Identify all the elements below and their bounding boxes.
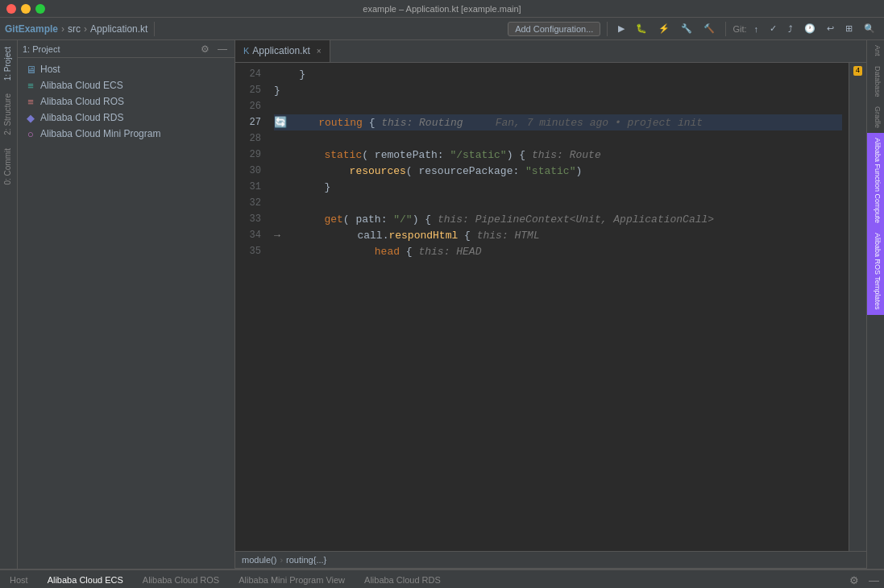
src-breadcrumb[interactable]: src [68, 23, 81, 35]
line-28: 28 [235, 130, 268, 147]
rds-icon: ◆ [24, 111, 37, 124]
code-line-28 [274, 130, 842, 147]
database-panel-tab[interactable]: Database [867, 61, 884, 102]
breadcrumb-toolbar: GitExample › src › Application.kt [5, 23, 147, 35]
run-button[interactable]: ▶ [614, 22, 629, 35]
code-line-31: } [274, 179, 842, 195]
title-bar: example – Application.kt [example.main] [0, 0, 884, 18]
code-line-27: 🔄 routing { this: Routing Fan, 7 minutes… [274, 114, 842, 130]
file-breadcrumb[interactable]: Application.kt [90, 23, 147, 35]
tree-item-label: Alibaba Cloud RDS [40, 112, 123, 123]
code-line-25: } [274, 82, 842, 98]
editor-tabs: K Application.kt × [235, 40, 866, 63]
ecs-icon: ≡ [24, 79, 37, 92]
line-32: 32 [235, 195, 268, 211]
tree-item-host[interactable]: 🖥 Host [18, 61, 234, 77]
sidebar-tab-project[interactable]: 1: Project [0, 40, 17, 87]
debug-button[interactable]: 🐛 [632, 22, 651, 35]
right-sidebar-tabs: Ant Database Gradle Alibaba Function Com… [866, 40, 884, 569]
line-30: 30 [235, 163, 268, 179]
host-icon: 🖥 [24, 63, 37, 76]
code-line-29: static( remotePath: "/static") { this: R… [274, 147, 842, 163]
code-editor[interactable]: 24 25 26 27 28 29 30 31 32 33 34 35 } } … [235, 63, 866, 551]
project-tree: 🖥 Host ≡ Alibaba Cloud ECS ≡ Alibaba Clo… [18, 58, 234, 569]
tree-item-label: Alibaba Cloud ROS [40, 96, 124, 107]
add-configuration-button[interactable]: Add Configuration... [508, 22, 600, 36]
sidebar-tab-commit[interactable]: 0: Commit [0, 142, 17, 192]
tree-item-ecs[interactable]: ≡ Alibaba Cloud ECS [18, 77, 234, 93]
main-area: 1: Project 2: Structure 0: Commit 1: Pro… [0, 40, 884, 569]
project-settings-button[interactable]: ⚙ [198, 43, 212, 56]
bottom-tab-rds[interactable]: Alibaba Cloud RDS [355, 572, 450, 589]
alibaba-ros-templates-tab[interactable]: Alibaba ROS Templates [867, 228, 884, 314]
tree-item-rds[interactable]: ◆ Alibaba Cloud RDS [18, 110, 234, 126]
code-line-33: get( path: "/") { this: PipelineContext<… [274, 211, 842, 227]
git-branch-button[interactable]: ⤴ [784, 23, 797, 35]
tree-item-label: Alibaba Cloud Mini Program [40, 128, 160, 139]
close-button[interactable] [6, 4, 16, 14]
bottom-panel: Host Alibaba Cloud ECS Alibaba Cloud ROS… [0, 569, 884, 588]
bottom-close-button[interactable]: — [864, 574, 884, 586]
editor-tab-application[interactable]: K Application.kt × [235, 40, 330, 62]
bottom-settings-button[interactable]: ⚙ [845, 574, 864, 586]
code-line-24: } [274, 66, 842, 82]
line-33: 33 [235, 211, 268, 227]
bottom-tab-ecs[interactable]: Alibaba Cloud ECS [38, 572, 133, 589]
toolbar-separator-2 [607, 22, 608, 36]
tree-item-ros[interactable]: ≡ Alibaba Cloud ROS [18, 93, 234, 110]
sidebar-tab-structure[interactable]: 2: Structure [0, 87, 17, 142]
left-sidebar-tabs: 1: Project 2: Structure 0: Commit [0, 40, 18, 569]
project-name[interactable]: GitExample [5, 23, 58, 35]
tab-close-button[interactable]: × [317, 47, 322, 56]
search-everywhere-button[interactable]: 🔍 [860, 22, 879, 35]
bottom-tab-host[interactable]: Host [0, 572, 38, 589]
alibaba-function-compute-tab[interactable]: Alibaba Function Compute [867, 133, 884, 228]
window-title: example – Application.kt [example.main] [363, 4, 521, 14]
ros-icon: ≡ [24, 95, 37, 108]
editor-gutter-right: 4 [849, 63, 866, 551]
toolbar-separator [154, 22, 155, 36]
layout-button[interactable]: ⊞ [841, 22, 857, 35]
project-panel-title: 1: Project [23, 44, 195, 54]
git-pull-button[interactable]: ✓ [766, 22, 781, 35]
code-line-35: head { this: HEAD [274, 243, 842, 259]
bottom-panel-tabs: Host Alibaba Cloud ECS Alibaba Cloud ROS… [0, 570, 884, 588]
project-panel-header: 1: Project ⚙ — [18, 40, 234, 58]
line-35: 35 [235, 243, 268, 259]
traffic-lights [6, 4, 45, 14]
git-history-button[interactable]: 🕐 [800, 22, 820, 35]
code-content[interactable]: } } 🔄 routing { this: Routing Fan, 7 min… [268, 63, 849, 551]
code-line-30: resources( resourcePackage: "static") [274, 163, 842, 179]
project-panel: 1: Project ⚙ — 🖥 Host ≡ Alibaba Cloud EC… [18, 40, 235, 569]
code-line-34: → call.respondHtml { this: HTML [274, 227, 842, 243]
minimize-button[interactable] [21, 4, 31, 14]
bc-module[interactable]: module() [242, 555, 276, 565]
coverage-button[interactable]: 🔧 [677, 22, 696, 35]
line-numbers: 24 25 26 27 28 29 30 31 32 33 34 35 [235, 63, 268, 551]
maximize-button[interactable] [35, 4, 45, 14]
line-24: 24 [235, 66, 268, 82]
line-26: 26 [235, 98, 268, 114]
git-rollback-button[interactable]: ↩ [823, 22, 838, 35]
toolbar-separator-3 [725, 22, 726, 36]
bc-routing[interactable]: routing{...} [286, 555, 326, 565]
kotlin-file-icon: K [243, 46, 249, 56]
project-close-button[interactable]: — [215, 43, 230, 56]
git-push-button[interactable]: ↑ [750, 23, 763, 35]
mini-icon: ○ [24, 127, 37, 140]
bottom-tab-mini[interactable]: Alibaba Mini Program View [229, 572, 355, 589]
warning-badge: 4 [853, 66, 862, 76]
tree-item-label: Host [40, 64, 60, 75]
tab-filename: Application.kt [252, 45, 309, 56]
gradle-panel-tab[interactable]: Gradle [867, 101, 884, 133]
editor-breadcrumb: module() › routing{...} [235, 551, 866, 569]
bottom-tab-ros[interactable]: Alibaba Cloud ROS [133, 572, 229, 589]
line-29: 29 [235, 147, 268, 163]
line-25: 25 [235, 82, 268, 98]
profile-button[interactable]: ⚡ [654, 22, 674, 35]
build-button[interactable]: 🔨 [699, 22, 719, 35]
line-27: 27 [235, 114, 268, 130]
line-34: 34 [235, 227, 268, 243]
tree-item-mini[interactable]: ○ Alibaba Cloud Mini Program [18, 126, 234, 142]
ant-panel-tab[interactable]: Ant [867, 40, 884, 61]
